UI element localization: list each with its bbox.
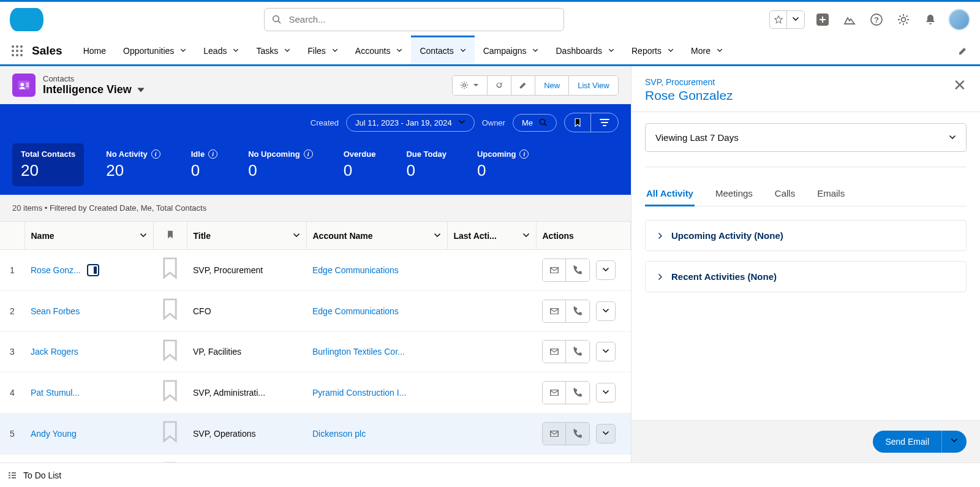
saved-filters[interactable] [564,113,619,132]
nav-item-files[interactable]: Files [299,37,347,64]
contact-link[interactable]: Jack Rogers [31,347,78,357]
nav-item-contacts[interactable]: Contacts [411,37,474,64]
email-action[interactable] [543,341,566,363]
nav-item-home[interactable]: Home [75,37,115,64]
settings-dropdown[interactable] [453,76,488,95]
panel-title[interactable]: Rose Gonzalez [645,88,733,103]
refresh-button[interactable] [488,76,511,95]
row-menu[interactable] [596,383,616,402]
col-name-header[interactable]: Name [31,231,55,241]
account-link[interactable]: Edge Communications [312,306,399,316]
list-view-button[interactable]: List View [569,76,618,95]
chevron-down-icon[interactable] [787,11,804,28]
todo-icon[interactable] [7,470,17,480]
table-row[interactable]: 6Tim BarrSVP, Administrati...Grand Hotel… [0,454,631,462]
contact-link[interactable]: Sean Forbes [31,306,80,316]
row-menu[interactable] [596,301,616,321]
star-icon[interactable] [770,11,787,28]
metric-due-today[interactable]: Due Today0 [398,143,455,186]
date-range-pill[interactable]: Jul 11, 2023 - Jan 19, 2024 [346,114,475,132]
bookmark-toggle[interactable] [159,315,181,325]
metric-total-contacts[interactable]: Total Contacts20 [12,143,84,186]
chevron-down-icon[interactable] [293,232,300,240]
chevron-down-icon[interactable] [233,48,239,54]
metric-idle[interactable]: Idlei0 [183,143,226,186]
tab-meetings[interactable]: Meetings [714,181,754,206]
favorites-combo[interactable] [769,10,805,29]
account-link[interactable]: Pyramid Construction I... [312,388,406,398]
account-link[interactable]: Edge Communications [312,265,399,275]
add-icon[interactable] [813,10,832,29]
col-account-header[interactable]: Account Name [313,231,373,241]
edit-button[interactable] [511,76,535,95]
info-icon[interactable]: i [304,149,313,159]
close-icon[interactable]: ✕ [953,77,967,93]
user-avatar[interactable] [948,9,970,31]
account-link[interactable]: Dickenson plc [312,429,366,439]
table-row[interactable]: 2Sean ForbesCFOEdge Communications [0,290,631,331]
row-menu[interactable] [596,424,616,444]
bookmark-toggle[interactable] [159,438,181,448]
new-button[interactable]: New [535,76,569,95]
col-bookmark-header[interactable] [153,222,187,250]
contact-link[interactable]: Rose Gonz... [31,265,81,275]
chevron-down-icon[interactable] [434,232,441,240]
trailhead-icon[interactable] [840,10,859,29]
app-launcher[interactable] [5,37,29,64]
send-email-dropdown[interactable] [941,431,967,453]
metric-upcoming[interactable]: Upcomingi0 [469,143,538,186]
search-input[interactable] [289,14,556,25]
table-row[interactable]: 4Pat Stumul...SVP, Administrati...Pyrami… [0,372,631,413]
contact-link[interactable]: Andy Young [31,429,77,439]
chevron-down-icon[interactable] [332,48,338,54]
nav-item-leads[interactable]: Leads [195,37,247,64]
contact-link[interactable]: Pat Stumul... [31,388,80,398]
notifications-icon[interactable] [921,10,940,29]
chevron-down-icon[interactable] [284,48,290,54]
filter-icon[interactable] [591,113,618,132]
edit-nav-icon[interactable] [951,37,975,64]
metric-overdue[interactable]: Overdue0 [335,143,385,186]
nav-item-accounts[interactable]: Accounts [347,37,412,64]
email-action[interactable] [543,423,566,445]
metric-no-activity[interactable]: No Activityi20 [97,143,168,186]
chevron-down-icon[interactable] [668,48,674,54]
nav-item-tasks[interactable]: Tasks [247,37,299,64]
owner-pill[interactable]: Me [513,114,557,132]
info-icon[interactable]: i [519,149,529,159]
activity-group[interactable]: Recent Activities (None) [645,261,967,292]
email-action[interactable] [543,259,566,281]
col-title-header[interactable]: Title [194,231,211,241]
chevron-down-icon[interactable] [522,232,530,240]
bookmark-toggle[interactable] [159,356,181,366]
account-link[interactable]: Burlington Textiles Cor... [312,347,405,357]
info-icon[interactable]: i [208,149,217,159]
row-menu[interactable] [596,342,616,361]
row-menu[interactable] [596,260,616,280]
email-action[interactable] [543,382,566,404]
call-action[interactable] [566,382,589,404]
setup-icon[interactable] [894,10,913,29]
chevron-down-icon[interactable] [717,48,723,54]
view-name[interactable]: Intelligence View [43,83,145,96]
panel-toggle-icon[interactable] [87,264,99,276]
nav-item-reports[interactable]: Reports [623,37,682,64]
tab-emails[interactable]: Emails [816,181,846,206]
call-action[interactable] [566,341,589,363]
call-action[interactable] [566,423,589,445]
panel-subtitle[interactable]: SVP, Procurement [645,77,733,87]
bookmark-toggle[interactable] [159,274,181,284]
chevron-down-icon[interactable] [396,48,402,54]
email-action[interactable] [543,300,566,322]
table-row[interactable]: 3Jack RogersVP, FacilitiesBurlington Tex… [0,331,631,372]
bookmark-toggle[interactable] [159,397,181,407]
nav-item-dashboards[interactable]: Dashboards [547,37,623,64]
nav-item-opportunities[interactable]: Opportunities [115,37,195,64]
table-row[interactable]: 5Andy YoungSVP, OperationsDickenson plc [0,413,631,455]
chevron-down-icon[interactable] [140,232,147,240]
nav-item-campaigns[interactable]: Campaigns [475,37,548,64]
chevron-down-icon[interactable] [460,48,466,54]
send-email-button[interactable]: Send Email [873,431,941,453]
salesforce-logo[interactable] [10,8,43,31]
todo-list-button[interactable]: To Do List [23,470,61,480]
